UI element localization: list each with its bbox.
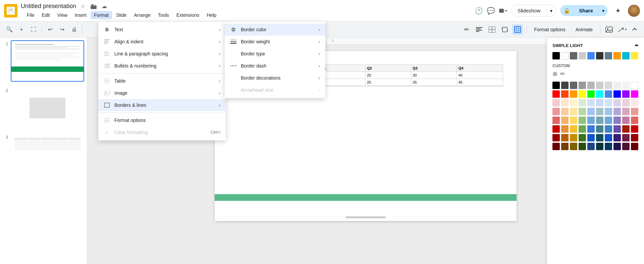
- collapse-icon[interactable]: [629, 24, 640, 35]
- theme-color-2[interactable]: [561, 52, 569, 59]
- scroll-bar[interactable]: [345, 216, 386, 218]
- share-button[interactable]: 🔒 Share ▾: [560, 5, 608, 16]
- redo-icon[interactable]: ↪: [57, 24, 67, 35]
- add-image-icon[interactable]: [604, 24, 614, 35]
- menu-slide[interactable]: Slide: [113, 11, 130, 19]
- menu-help[interactable]: Help: [203, 11, 220, 19]
- slide-thumb-2[interactable]: 2: [0, 84, 87, 131]
- c-d7[interactable]: [605, 117, 612, 124]
- c-red-dark[interactable]: [552, 90, 560, 98]
- c-vvd3[interactable]: [570, 143, 577, 150]
- c-green[interactable]: [587, 90, 595, 98]
- c-p7[interactable]: [605, 99, 612, 106]
- c-p9[interactable]: [622, 99, 630, 106]
- format-spacing-item[interactable]: Line & paragraph spacing ›: [98, 48, 226, 60]
- format-borders-item[interactable]: Borders & lines ›: [98, 99, 226, 111]
- table-border-icon[interactable]: [512, 24, 523, 35]
- theme-color-9[interactable]: [622, 52, 630, 59]
- c-orange[interactable]: [570, 90, 577, 98]
- c-gray3[interactable]: [579, 82, 586, 89]
- eyedropper-icon[interactable]: ✏: [560, 70, 565, 78]
- animate-btn[interactable]: Animate: [572, 26, 597, 34]
- c-vvd6[interactable]: [596, 143, 603, 150]
- share-dropdown-arrow[interactable]: ▾: [598, 5, 608, 16]
- c-magenta[interactable]: [631, 90, 638, 98]
- c-m9[interactable]: [622, 108, 630, 115]
- crop-icon[interactable]: [499, 24, 510, 35]
- c-dk3[interactable]: [570, 125, 577, 133]
- folder-icon[interactable]: [90, 2, 98, 10]
- c-yellow[interactable]: [579, 90, 586, 98]
- user-avatar[interactable]: [628, 5, 640, 17]
- format-align-item[interactable]: Align & indent ›: [98, 36, 226, 48]
- menu-insert[interactable]: Insert: [71, 11, 90, 19]
- theme-color-5[interactable]: [587, 52, 595, 59]
- c-gray7[interactable]: [613, 82, 621, 89]
- history-icon[interactable]: 🕐: [475, 7, 483, 15]
- c-vd3[interactable]: [570, 134, 577, 141]
- c-vd1[interactable]: [552, 134, 560, 141]
- star-icon[interactable]: ☆: [79, 2, 87, 10]
- fullscreen-icon[interactable]: ⛶: [28, 24, 39, 35]
- c-vvd2[interactable]: [561, 143, 569, 150]
- c-gray5[interactable]: [596, 82, 603, 89]
- slide-preview-3[interactable]: [11, 134, 84, 175]
- c-dk5[interactable]: [587, 125, 595, 133]
- c-cyan[interactable]: [596, 90, 603, 98]
- c-vd5[interactable]: [587, 134, 595, 141]
- theme-color-7[interactable]: [605, 52, 612, 59]
- c-m3[interactable]: [570, 108, 577, 115]
- c-vvd10[interactable]: [631, 143, 638, 150]
- c-dk7[interactable]: [605, 125, 612, 133]
- undo-icon[interactable]: ↩: [45, 24, 55, 35]
- sparkle-icon[interactable]: ✦: [612, 5, 624, 17]
- format-text-item[interactable]: B Text ›: [98, 24, 226, 36]
- c-p1[interactable]: [552, 99, 560, 106]
- c-vvd9[interactable]: [622, 143, 630, 150]
- c-gray2[interactable]: [570, 82, 577, 89]
- border-dash-item[interactable]: Border dash ›: [225, 60, 325, 72]
- c-m2[interactable]: [561, 108, 569, 115]
- format-table-item[interactable]: Table ›: [98, 75, 226, 87]
- format-image-item[interactable]: Image ›: [98, 87, 226, 99]
- border-color-item[interactable]: Border color ›: [225, 24, 325, 36]
- slideshow-button[interactable]: Slideshow ▾: [511, 5, 556, 16]
- c-dk9[interactable]: [622, 125, 630, 133]
- c-p2[interactable]: [561, 99, 569, 106]
- c-d5[interactable]: [587, 117, 595, 124]
- c-gray8[interactable]: [622, 82, 630, 89]
- c-dk2[interactable]: [561, 125, 569, 133]
- menu-arrange[interactable]: Arrange: [130, 11, 154, 19]
- c-p10[interactable]: [631, 99, 638, 106]
- c-dk4[interactable]: [579, 125, 586, 133]
- menu-edit[interactable]: Edit: [39, 11, 53, 19]
- c-vd9[interactable]: [622, 134, 630, 141]
- c-vd4[interactable]: [579, 134, 586, 141]
- comment-icon[interactable]: 💬: [487, 7, 495, 15]
- c-blue-light[interactable]: [605, 90, 612, 98]
- c-m6[interactable]: [596, 108, 603, 115]
- cloud-icon[interactable]: ☁: [100, 2, 108, 10]
- theme-color-3[interactable]: [570, 52, 577, 59]
- format-options-item[interactable]: Format options: [98, 114, 226, 126]
- theme-color-6[interactable]: [596, 52, 603, 59]
- slide-thumb-3[interactable]: 3: [0, 131, 87, 178]
- theme-color-1[interactable]: [552, 52, 560, 59]
- menu-tools[interactable]: Tools: [155, 11, 172, 19]
- c-m1[interactable]: [552, 108, 560, 115]
- zoom-plus-icon[interactable]: +: [16, 24, 27, 35]
- c-p6[interactable]: [596, 99, 603, 106]
- c-vvd8[interactable]: [613, 143, 621, 150]
- app-icon[interactable]: [4, 4, 17, 17]
- align-left-icon[interactable]: [474, 24, 485, 35]
- c-dk6[interactable]: [596, 125, 603, 133]
- c-m7[interactable]: [605, 108, 612, 115]
- c-d6[interactable]: [596, 117, 603, 124]
- border-type-item[interactable]: Border type ›: [225, 48, 325, 60]
- c-d4[interactable]: [579, 117, 586, 124]
- border-decorations-item[interactable]: Border decorations ›: [225, 72, 325, 84]
- c-gray4[interactable]: [587, 82, 595, 89]
- c-dk8[interactable]: [613, 125, 621, 133]
- c-gray1[interactable]: [561, 82, 569, 89]
- c-gray6[interactable]: [605, 82, 612, 89]
